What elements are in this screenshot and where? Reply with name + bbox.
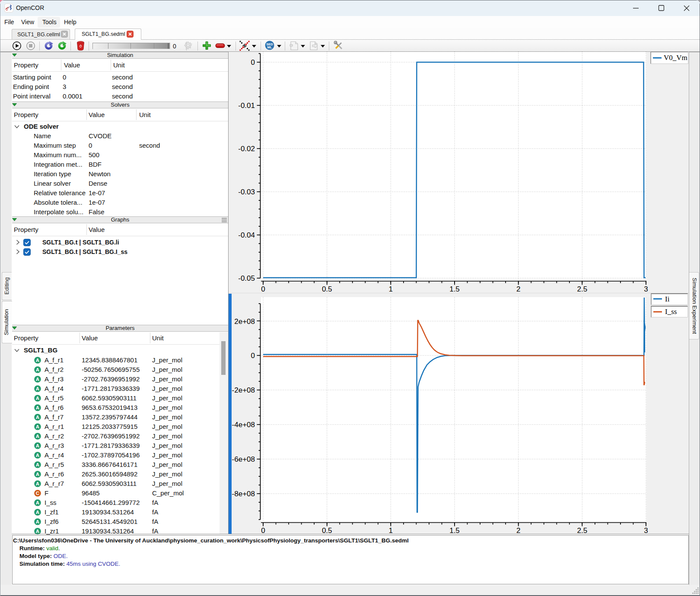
svg-text:1: 1 (389, 526, 393, 534)
svg-text:A: A (36, 377, 39, 382)
svg-text:A: A (36, 510, 39, 515)
svg-text:-0.03: -0.03 (238, 188, 255, 196)
svg-text:0: 0 (261, 285, 265, 293)
svg-text:A: A (36, 481, 39, 486)
svg-text:A: A (36, 386, 39, 391)
svg-text:1.5: 1.5 (449, 285, 460, 293)
svg-text:A: A (36, 462, 39, 467)
svg-text:A: A (36, 500, 39, 505)
svg-text:A: A (36, 367, 39, 372)
svg-text:-8e+08: -8e+08 (232, 490, 255, 498)
svg-text:3: 3 (644, 526, 648, 534)
svg-text:-0.02: -0.02 (238, 145, 255, 153)
svg-text:A: A (36, 424, 39, 429)
svg-text:2.5: 2.5 (577, 285, 587, 293)
svg-text:A: A (36, 434, 39, 439)
svg-text:0: 0 (261, 526, 265, 534)
svg-text:A: A (36, 405, 39, 410)
svg-text:A: A (36, 529, 39, 534)
svg-text:-0.04: -0.04 (238, 231, 255, 239)
svg-text:A: A (36, 519, 39, 524)
svg-text:0.5: 0.5 (322, 526, 332, 534)
svg-text:ML: ML (267, 45, 272, 49)
svg-text:1.5: 1.5 (449, 526, 460, 534)
svg-text:-2e+08: -2e+08 (232, 386, 255, 394)
svg-text:2.5: 2.5 (577, 526, 587, 534)
svg-text:0: 0 (251, 352, 255, 360)
svg-text:1: 1 (389, 285, 393, 293)
svg-text:A: A (36, 472, 39, 477)
svg-text:A: A (36, 358, 39, 363)
svg-text:2: 2 (516, 526, 520, 534)
svg-text:A: A (36, 453, 39, 458)
svg-text:-0.01: -0.01 (238, 101, 255, 110)
svg-text:C: C (36, 491, 39, 496)
svg-text:A: A (36, 415, 39, 420)
svg-text:0.5: 0.5 (322, 285, 332, 293)
svg-text:2: 2 (516, 285, 520, 293)
svg-text:-6e+08: -6e+08 (232, 455, 255, 463)
svg-text:2e+08: 2e+08 (234, 317, 255, 326)
svg-text:0: 0 (251, 58, 255, 67)
svg-text:-4e+08: -4e+08 (232, 421, 255, 429)
svg-text:A: A (36, 443, 39, 448)
svg-text:A: A (36, 396, 39, 401)
svg-text:-0.05: -0.05 (238, 274, 255, 282)
svg-text:3: 3 (644, 285, 648, 293)
